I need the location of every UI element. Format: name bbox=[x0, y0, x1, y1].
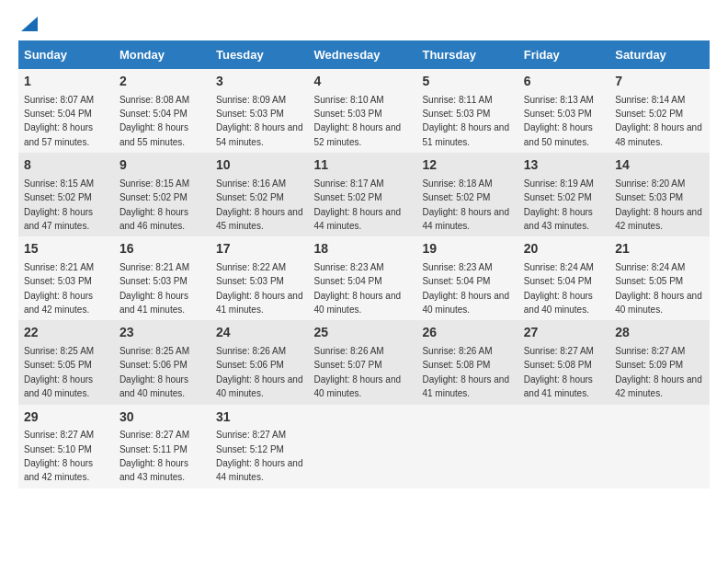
day-number: 2 bbox=[119, 73, 205, 91]
calendar-cell bbox=[416, 405, 518, 488]
day-number: 23 bbox=[119, 324, 205, 342]
header bbox=[18, 18, 710, 31]
calendar-cell: 23Sunrise: 8:25 AMSunset: 5:06 PMDayligh… bbox=[114, 320, 210, 404]
day-number: 3 bbox=[216, 73, 303, 91]
day-number: 15 bbox=[24, 240, 108, 259]
col-saturday: Saturday bbox=[609, 40, 710, 69]
calendar-row: 8Sunrise: 8:15 AMSunset: 5:02 PMDaylight… bbox=[18, 153, 710, 236]
day-number: 22 bbox=[24, 324, 108, 342]
col-tuesday: Tuesday bbox=[210, 40, 309, 69]
calendar-cell: 17Sunrise: 8:22 AMSunset: 5:03 PMDayligh… bbox=[210, 236, 309, 320]
day-number: 10 bbox=[216, 156, 303, 175]
calendar-cell bbox=[609, 405, 710, 488]
day-number: 25 bbox=[314, 324, 412, 342]
day-info: Sunrise: 8:13 AMSunset: 5:03 PMDaylight:… bbox=[524, 95, 594, 147]
col-thursday: Thursday bbox=[416, 40, 518, 69]
calendar-cell: 8Sunrise: 8:15 AMSunset: 5:02 PMDaylight… bbox=[18, 153, 114, 236]
day-info: Sunrise: 8:27 AMSunset: 5:11 PMDaylight:… bbox=[119, 430, 189, 482]
col-monday: Monday bbox=[114, 40, 210, 69]
day-number: 16 bbox=[119, 240, 205, 259]
calendar-cell: 21Sunrise: 8:24 AMSunset: 5:05 PMDayligh… bbox=[609, 236, 710, 320]
day-info: Sunrise: 8:21 AMSunset: 5:03 PMDaylight:… bbox=[24, 262, 94, 315]
day-info: Sunrise: 8:26 AMSunset: 5:06 PMDaylight:… bbox=[216, 346, 303, 398]
calendar-cell: 3Sunrise: 8:09 AMSunset: 5:03 PMDaylight… bbox=[210, 69, 309, 153]
day-info: Sunrise: 8:26 AMSunset: 5:08 PMDaylight:… bbox=[422, 346, 509, 398]
day-number: 7 bbox=[615, 73, 704, 91]
day-number: 13 bbox=[524, 156, 604, 175]
calendar-table: Sunday Monday Tuesday Wednesday Thursday… bbox=[18, 40, 710, 488]
logo bbox=[18, 18, 38, 31]
day-number: 29 bbox=[24, 408, 108, 427]
calendar-cell: 14Sunrise: 8:20 AMSunset: 5:03 PMDayligh… bbox=[609, 153, 710, 236]
day-number: 20 bbox=[524, 240, 604, 259]
calendar-body: 1Sunrise: 8:07 AMSunset: 5:04 PMDaylight… bbox=[18, 69, 710, 488]
day-number: 8 bbox=[24, 156, 108, 175]
day-number: 5 bbox=[422, 73, 512, 91]
day-info: Sunrise: 8:22 AMSunset: 5:03 PMDaylight:… bbox=[216, 262, 303, 315]
calendar-cell: 22Sunrise: 8:25 AMSunset: 5:05 PMDayligh… bbox=[18, 320, 114, 404]
calendar-cell: 26Sunrise: 8:26 AMSunset: 5:08 PMDayligh… bbox=[416, 320, 518, 404]
calendar-cell: 1Sunrise: 8:07 AMSunset: 5:04 PMDaylight… bbox=[18, 69, 114, 153]
day-info: Sunrise: 8:27 AMSunset: 5:08 PMDaylight:… bbox=[524, 346, 594, 398]
day-number: 4 bbox=[314, 73, 412, 91]
day-number: 6 bbox=[524, 73, 604, 91]
day-info: Sunrise: 8:20 AMSunset: 5:03 PMDaylight:… bbox=[615, 178, 702, 231]
day-info: Sunrise: 8:14 AMSunset: 5:02 PMDaylight:… bbox=[615, 95, 702, 147]
calendar-row: 1Sunrise: 8:07 AMSunset: 5:04 PMDaylight… bbox=[18, 69, 710, 153]
day-info: Sunrise: 8:21 AMSunset: 5:03 PMDaylight:… bbox=[119, 262, 189, 315]
calendar-cell: 29Sunrise: 8:27 AMSunset: 5:10 PMDayligh… bbox=[18, 405, 114, 488]
calendar-cell bbox=[309, 405, 417, 488]
day-info: Sunrise: 8:18 AMSunset: 5:02 PMDaylight:… bbox=[422, 178, 509, 231]
day-info: Sunrise: 8:15 AMSunset: 5:02 PMDaylight:… bbox=[119, 178, 189, 231]
calendar-cell: 28Sunrise: 8:27 AMSunset: 5:09 PMDayligh… bbox=[609, 320, 710, 404]
calendar-cell bbox=[518, 405, 609, 488]
calendar-cell: 5Sunrise: 8:11 AMSunset: 5:03 PMDaylight… bbox=[416, 69, 518, 153]
col-sunday: Sunday bbox=[18, 40, 114, 69]
calendar-cell: 18Sunrise: 8:23 AMSunset: 5:04 PMDayligh… bbox=[309, 236, 417, 320]
day-number: 26 bbox=[422, 324, 512, 342]
calendar-row: 22Sunrise: 8:25 AMSunset: 5:05 PMDayligh… bbox=[18, 320, 710, 404]
calendar-cell: 7Sunrise: 8:14 AMSunset: 5:02 PMDaylight… bbox=[609, 69, 710, 153]
day-info: Sunrise: 8:27 AMSunset: 5:09 PMDaylight:… bbox=[615, 346, 702, 398]
day-number: 12 bbox=[422, 156, 512, 175]
day-info: Sunrise: 8:27 AMSunset: 5:12 PMDaylight:… bbox=[216, 430, 303, 482]
calendar-cell: 9Sunrise: 8:15 AMSunset: 5:02 PMDaylight… bbox=[114, 153, 210, 236]
header-row: Sunday Monday Tuesday Wednesday Thursday… bbox=[18, 40, 710, 69]
day-info: Sunrise: 8:26 AMSunset: 5:07 PMDaylight:… bbox=[314, 346, 402, 398]
day-number: 1 bbox=[24, 73, 108, 91]
calendar-row: 29Sunrise: 8:27 AMSunset: 5:10 PMDayligh… bbox=[18, 405, 710, 488]
day-info: Sunrise: 8:23 AMSunset: 5:04 PMDaylight:… bbox=[314, 262, 402, 315]
calendar-cell: 25Sunrise: 8:26 AMSunset: 5:07 PMDayligh… bbox=[309, 320, 417, 404]
calendar-cell: 2Sunrise: 8:08 AMSunset: 5:04 PMDaylight… bbox=[114, 69, 210, 153]
calendar-cell: 24Sunrise: 8:26 AMSunset: 5:06 PMDayligh… bbox=[210, 320, 309, 404]
calendar-cell: 27Sunrise: 8:27 AMSunset: 5:08 PMDayligh… bbox=[518, 320, 609, 404]
day-info: Sunrise: 8:07 AMSunset: 5:04 PMDaylight:… bbox=[24, 95, 94, 147]
calendar-cell: 19Sunrise: 8:23 AMSunset: 5:04 PMDayligh… bbox=[416, 236, 518, 320]
calendar-header: Sunday Monday Tuesday Wednesday Thursday… bbox=[18, 40, 710, 69]
calendar-cell: 10Sunrise: 8:16 AMSunset: 5:02 PMDayligh… bbox=[210, 153, 309, 236]
day-info: Sunrise: 8:23 AMSunset: 5:04 PMDaylight:… bbox=[422, 262, 509, 315]
calendar-cell: 15Sunrise: 8:21 AMSunset: 5:03 PMDayligh… bbox=[18, 236, 114, 320]
day-info: Sunrise: 8:11 AMSunset: 5:03 PMDaylight:… bbox=[422, 95, 509, 147]
day-info: Sunrise: 8:24 AMSunset: 5:05 PMDaylight:… bbox=[615, 262, 702, 315]
calendar-cell: 16Sunrise: 8:21 AMSunset: 5:03 PMDayligh… bbox=[114, 236, 210, 320]
svg-marker-0 bbox=[21, 17, 38, 31]
calendar-cell: 12Sunrise: 8:18 AMSunset: 5:02 PMDayligh… bbox=[416, 153, 518, 236]
col-wednesday: Wednesday bbox=[309, 40, 417, 69]
day-number: 21 bbox=[615, 240, 704, 259]
col-friday: Friday bbox=[518, 40, 609, 69]
day-info: Sunrise: 8:15 AMSunset: 5:02 PMDaylight:… bbox=[24, 178, 94, 231]
day-info: Sunrise: 8:19 AMSunset: 5:02 PMDaylight:… bbox=[524, 178, 594, 231]
calendar-cell: 11Sunrise: 8:17 AMSunset: 5:02 PMDayligh… bbox=[309, 153, 417, 236]
day-number: 14 bbox=[615, 156, 704, 175]
calendar-row: 15Sunrise: 8:21 AMSunset: 5:03 PMDayligh… bbox=[18, 236, 710, 320]
day-number: 17 bbox=[216, 240, 303, 259]
calendar-cell: 30Sunrise: 8:27 AMSunset: 5:11 PMDayligh… bbox=[114, 405, 210, 488]
day-info: Sunrise: 8:17 AMSunset: 5:02 PMDaylight:… bbox=[314, 178, 402, 231]
day-number: 18 bbox=[314, 240, 412, 259]
calendar-cell: 6Sunrise: 8:13 AMSunset: 5:03 PMDaylight… bbox=[518, 69, 609, 153]
day-info: Sunrise: 8:08 AMSunset: 5:04 PMDaylight:… bbox=[119, 95, 189, 147]
day-info: Sunrise: 8:16 AMSunset: 5:02 PMDaylight:… bbox=[216, 178, 303, 231]
day-number: 24 bbox=[216, 324, 303, 342]
day-number: 28 bbox=[615, 324, 704, 342]
